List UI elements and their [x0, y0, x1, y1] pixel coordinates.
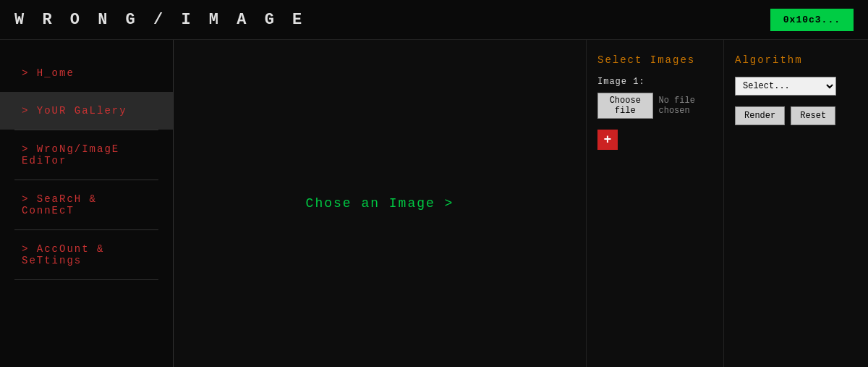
sidebar-item-account[interactable]: > AccOunt & SeTtings: [0, 230, 173, 279]
header: W R O N G / I M A G E 0x10c3...: [0, 0, 868, 40]
select-images-title: Select Images: [597, 54, 712, 66]
sidebar-item-search[interactable]: > SeaRcH & ConnEcT: [0, 180, 173, 229]
reset-button[interactable]: Reset: [791, 106, 835, 125]
sidebar-item-home[interactable]: > H_ome: [0, 54, 173, 92]
action-buttons: Render Reset: [735, 106, 857, 125]
sidebar: > H_ome > YoUR GaLlery > WroNg/ImagE Edi…: [0, 40, 174, 367]
algorithm-select[interactable]: Select... Option 1 Option 2 Option 3: [735, 77, 836, 96]
main-layout: > H_ome > YoUR GaLlery > WroNg/ImagE Edi…: [0, 40, 868, 367]
sidebar-item-gallery[interactable]: > YoUR GaLlery: [0, 92, 173, 130]
app-title: W R O N G / I M A G E: [14, 11, 306, 29]
sidebar-item-editor-label: > WroNg/ImagE EdiTor: [22, 143, 119, 166]
sidebar-item-editor[interactable]: > WroNg/ImagE EdiTor: [0, 130, 173, 180]
image1-label: Image 1:: [597, 77, 712, 87]
no-file-text: No file chosen: [659, 96, 712, 116]
content-area: Chose an Image >: [174, 40, 586, 367]
add-image-button[interactable]: +: [597, 130, 618, 150]
algorithm-panel: Algorithm Select... Option 1 Option 2 Op…: [723, 40, 868, 367]
render-button[interactable]: Render: [735, 106, 785, 125]
select-images-panel: Select Images Image 1: Choose file No fi…: [586, 40, 723, 367]
sidebar-item-home-label: > H_ome: [22, 67, 75, 79]
wallet-button[interactable]: 0x10c3...: [770, 9, 854, 31]
divider-4: [14, 279, 158, 280]
sidebar-item-account-label: > AccOunt & SeTtings: [22, 243, 104, 266]
algorithm-title: Algorithm: [735, 54, 857, 66]
sidebar-item-gallery-label: > YoUR GaLlery: [22, 105, 127, 117]
choose-file-button[interactable]: Choose file: [597, 93, 653, 119]
sidebar-item-search-label: > SeaRcH & ConnEcT: [22, 193, 97, 216]
file-input-row: Choose file No file chosen: [597, 93, 712, 119]
chose-image-label: Chose an Image >: [306, 196, 454, 211]
